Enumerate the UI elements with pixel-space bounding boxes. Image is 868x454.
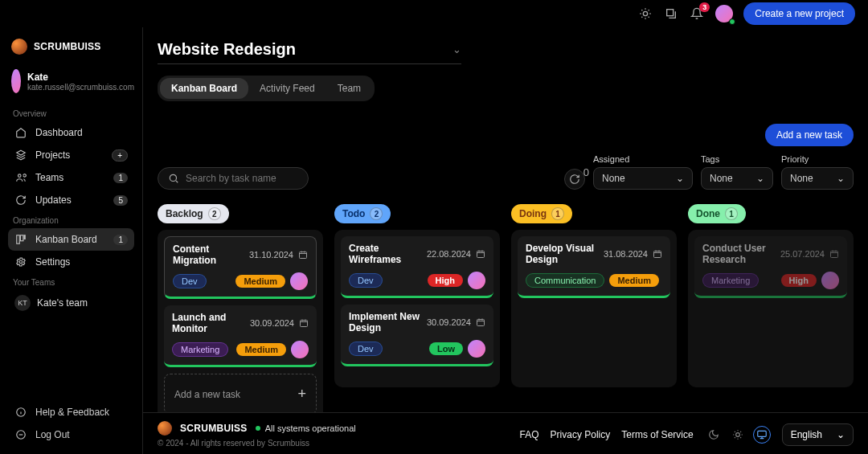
logo-icon xyxy=(158,421,172,436)
assignee-avatar xyxy=(290,272,308,290)
chevron-down-icon: ⌄ xyxy=(837,429,845,440)
chevron-down-icon: ⌄ xyxy=(676,173,684,184)
calendar-icon xyxy=(653,249,662,259)
svg-point-9 xyxy=(170,174,176,181)
search-input[interactable] xyxy=(186,173,306,184)
section-overview: Overview xyxy=(13,109,134,118)
bell-icon[interactable]: 3 xyxy=(689,6,705,22)
nav-label: Help & Feedback xyxy=(35,407,109,418)
task-date: 31.08.2024 xyxy=(604,249,648,259)
link-faq[interactable]: FAQ xyxy=(520,429,539,440)
task-date: 30.09.2024 xyxy=(427,317,471,327)
nav-projects[interactable]: Projects + xyxy=(8,144,134,166)
nav-settings[interactable]: Settings xyxy=(8,251,134,273)
teams-count: 1 xyxy=(113,173,128,183)
column-backlog: Backlog 2 Content Migration 31.10.2024 D… xyxy=(158,204,323,412)
chevron-down-icon: ⌄ xyxy=(837,173,845,184)
user-avatar[interactable] xyxy=(714,4,734,23)
svg-point-2 xyxy=(18,174,22,178)
assignee-avatar xyxy=(468,340,485,358)
system-status[interactable]: All systems operational xyxy=(256,423,356,433)
user-name: Kate xyxy=(27,72,134,83)
nav-label: Dashboard xyxy=(35,127,83,138)
task-date: 31.10.2024 xyxy=(249,250,293,260)
tab-activity[interactable]: Activity Feed xyxy=(248,78,326,99)
logout-icon xyxy=(14,428,27,441)
task-date: 25.07.2024 xyxy=(780,249,825,259)
chevron-down-icon: ⌄ xyxy=(452,43,461,55)
add-project-icon[interactable]: + xyxy=(112,149,128,162)
language-select[interactable]: English ⌄ xyxy=(782,423,854,446)
filter-priority-select[interactable]: None ⌄ xyxy=(781,167,854,190)
nav-updates[interactable]: Updates 5 xyxy=(8,189,134,211)
task-tag: Dev xyxy=(349,273,383,288)
column-count: 1 xyxy=(725,207,738,220)
task-card[interactable]: Implement New Design 30.09.2024 Dev Low xyxy=(341,305,493,366)
select-value: None xyxy=(710,173,733,184)
monitor-icon[interactable] xyxy=(753,426,771,444)
column-count: 2 xyxy=(208,207,221,220)
kanban-count: 1 xyxy=(113,235,128,245)
column-title: Todo xyxy=(342,208,365,219)
nav-teams[interactable]: Teams 1 xyxy=(8,166,134,189)
column-header[interactable]: Done 1 xyxy=(688,204,746,223)
project-selector[interactable]: Website Redesign ⌄ xyxy=(158,40,461,64)
logo-icon xyxy=(11,39,27,55)
task-priority: Medium xyxy=(609,274,659,287)
svg-rect-13 xyxy=(477,320,485,326)
column-header[interactable]: Doing 1 xyxy=(511,204,572,223)
assignee-avatar xyxy=(468,272,485,289)
task-card[interactable]: Launch and Monitor 30.09.2024 Marketing … xyxy=(164,305,317,367)
bug-icon[interactable] xyxy=(637,6,653,22)
footer: SCRUMBUISS All systems operational © 202… xyxy=(143,412,868,454)
task-priority: Medium xyxy=(235,275,285,288)
chevron-down-icon: ⌄ xyxy=(756,173,764,184)
link-privacy[interactable]: Privacy Policy xyxy=(551,429,611,440)
theme-switcher xyxy=(705,426,771,444)
add-task-button[interactable]: Add a new task xyxy=(765,124,854,146)
share-icon[interactable] xyxy=(663,6,679,22)
filter-assigned-select[interactable]: None ⌄ xyxy=(593,167,693,190)
filter-tags-select[interactable]: None ⌄ xyxy=(701,167,773,190)
nav-help[interactable]: Help & Feedback xyxy=(8,401,134,423)
tab-team[interactable]: Team xyxy=(326,78,372,99)
task-card[interactable]: Content Migration 31.10.2024 Dev Medium xyxy=(164,236,317,299)
calendar-icon xyxy=(476,317,485,327)
users-icon xyxy=(14,171,27,184)
refresh-badge: 0 xyxy=(583,166,589,178)
nav-logout[interactable]: Log Out xyxy=(8,423,134,446)
nav-kanban[interactable]: Kanban Board 1 xyxy=(8,228,134,251)
filter-assigned-label: Assigned xyxy=(593,154,693,164)
search-input-wrapper[interactable] xyxy=(158,167,309,190)
column-header[interactable]: Todo 2 xyxy=(334,204,391,223)
task-card[interactable]: Develop Visual Design 31.08.2024 Communi… xyxy=(518,236,670,298)
tab-kanban[interactable]: Kanban Board xyxy=(160,78,248,99)
svg-rect-10 xyxy=(300,252,307,259)
calendar-icon xyxy=(298,250,308,260)
footer-brand: SCRUMBUISS xyxy=(180,423,248,434)
task-title: Create Wireframes xyxy=(349,243,422,265)
sun-icon[interactable] xyxy=(729,426,747,444)
task-tag: Dev xyxy=(173,274,207,288)
current-user[interactable]: Kate kate.russell@scrumbuiss.com xyxy=(8,69,134,93)
nav-dashboard[interactable]: Dashboard xyxy=(8,121,134,144)
svg-rect-17 xyxy=(757,431,766,436)
team-item[interactable]: KT Kate's team xyxy=(8,290,134,316)
refresh-button[interactable]: 0 xyxy=(564,169,585,190)
task-card[interactable]: Conduct User Research 25.07.2024 Marketi… xyxy=(694,236,847,298)
moon-icon[interactable] xyxy=(705,426,723,444)
column-doing: Doing 1 Develop Visual Design 31.08.2024… xyxy=(511,204,677,412)
link-terms[interactable]: Terms of Service xyxy=(621,429,693,440)
svg-rect-14 xyxy=(654,252,661,258)
assignee-avatar xyxy=(291,341,309,358)
column-count: 1 xyxy=(551,207,564,220)
task-priority: High xyxy=(781,274,817,287)
create-project-button[interactable]: Create a new project xyxy=(743,2,855,25)
column-header[interactable]: Backlog 2 xyxy=(158,204,229,223)
task-priority: High xyxy=(428,274,463,287)
add-task-inline[interactable]: Add a new task + xyxy=(164,374,317,412)
task-card[interactable]: Create Wireframes 22.08.2024 Dev High xyxy=(341,236,493,298)
filter-priority-label: Priority xyxy=(781,154,854,164)
main: Website Redesign ⌄ Kanban Board Activity… xyxy=(143,27,868,454)
brand[interactable]: SCRUMBUISS xyxy=(8,39,134,55)
